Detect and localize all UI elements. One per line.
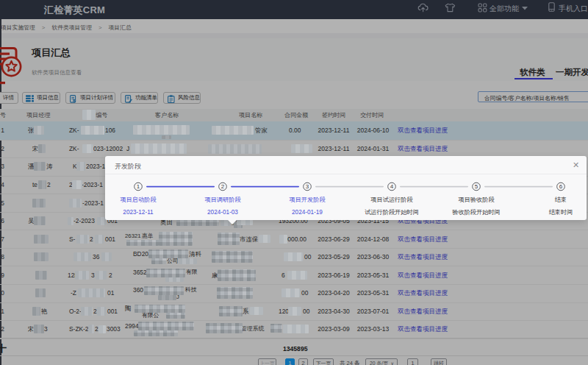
svg-text:2: 2 <box>221 183 225 190</box>
svg-text:6: 6 <box>559 183 563 190</box>
svg-text:3: 3 <box>306 183 309 190</box>
svg-text:4: 4 <box>390 183 394 190</box>
svg-text:5: 5 <box>475 183 478 190</box>
svg-text:1: 1 <box>137 183 140 190</box>
